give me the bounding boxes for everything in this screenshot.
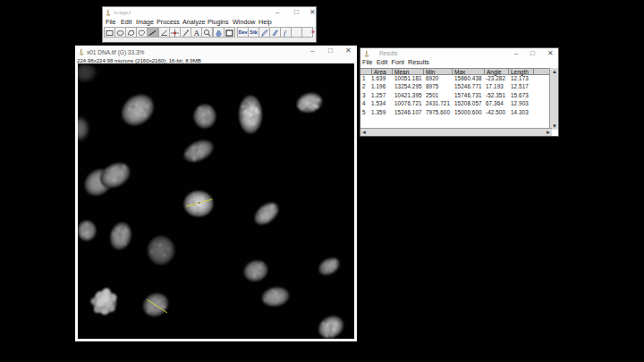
svg-text:f: f — [284, 29, 287, 38]
svg-text:A: A — [193, 29, 199, 38]
